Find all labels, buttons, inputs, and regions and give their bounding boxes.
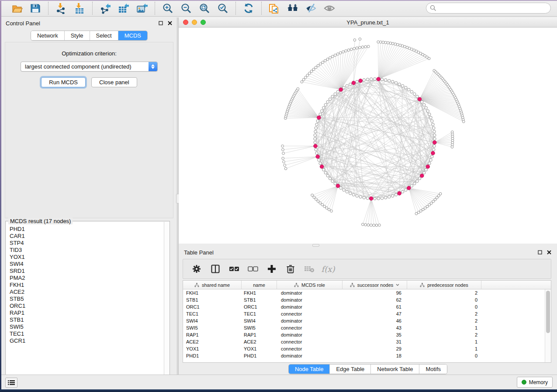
save-session-button[interactable] [29,2,42,15]
network-canvas[interactable] [179,28,557,244]
network-node[interactable] [334,93,336,95]
table-row[interactable]: SWI4SWI4dominator462 [183,317,545,324]
import-network-button[interactable] [55,2,68,15]
delete-column-button[interactable] [285,263,296,275]
network-node[interactable] [328,208,330,211]
network-node[interactable] [281,145,284,148]
network-node[interactable] [330,210,333,213]
network-node[interactable] [364,45,367,48]
tab-style[interactable]: Style [64,31,90,40]
zoom-fit-button[interactable] [198,2,211,15]
network-node[interactable] [361,46,364,48]
network-node[interactable] [423,172,426,174]
network-node[interactable] [325,207,328,210]
run-mcds-button[interactable]: Run MCDS [41,77,86,87]
network-node[interactable] [401,85,404,87]
network-hub-node[interactable] [314,144,318,148]
column-header-predecessor-nodes[interactable]: predecessor nodes [407,281,481,289]
network-node[interactable] [433,134,436,137]
column-header-mcds-role[interactable]: MCDS role [277,281,343,289]
network-node[interactable] [366,78,369,81]
tab-select[interactable]: Select [90,31,118,40]
network-node[interactable] [433,130,436,133]
mcds-result-item[interactable]: SRD1 [10,268,164,275]
table-row[interactable]: RAP1RAP1dominator352 [183,331,545,338]
network-node[interactable] [451,146,453,148]
network-node[interactable] [396,43,399,46]
network-hub-node[interactable] [418,97,422,101]
network-node[interactable] [326,100,329,103]
network-node[interactable] [359,38,361,41]
hide-selected-button[interactable] [304,2,318,15]
network-node[interactable] [356,195,358,197]
network-node[interactable] [342,51,345,53]
network-node[interactable] [370,78,373,80]
network-node[interactable] [312,68,315,71]
network-hub-node[interactable] [359,79,363,83]
network-node[interactable] [367,45,370,48]
network-node[interactable] [363,79,365,81]
network-node[interactable] [462,120,465,123]
duplicate-network-button[interactable] [268,2,281,15]
close-panel-button[interactable] [167,21,173,26]
table-row[interactable]: SWI5SWI5connector431 [183,324,545,331]
network-node[interactable] [353,39,356,41]
network-node[interactable] [352,193,355,196]
network-hub-node[interactable] [320,165,324,168]
refresh-button[interactable] [242,2,255,15]
network-node[interactable] [315,66,317,69]
mcds-result-item[interactable]: FKH1 [10,282,164,289]
network-node[interactable] [345,50,347,52]
network-node[interactable] [313,196,315,199]
network-node[interactable] [334,54,336,57]
network-node[interactable] [416,180,419,182]
mcds-result-item[interactable]: PMA2 [10,275,164,282]
column-header-successor-nodes[interactable]: successor nodes [343,281,407,289]
open-file-button[interactable] [10,2,24,15]
network-node[interactable] [384,196,387,199]
network-node[interactable] [408,88,410,91]
minimize-window-button[interactable] [192,20,197,25]
network-node[interactable] [359,196,362,198]
network-node[interactable] [314,130,317,133]
import-table-button[interactable] [73,2,86,15]
network-node[interactable] [388,79,391,82]
network-node[interactable] [326,58,329,61]
network-hub-node[interactable] [316,155,320,159]
network-node[interactable] [332,55,334,58]
network-node[interactable] [317,200,319,203]
network-node[interactable] [394,82,397,84]
network-node[interactable] [389,42,392,45]
network-node[interactable] [317,65,319,67]
splitter-grip[interactable] [312,244,319,247]
network-node[interactable] [432,127,435,129]
network-node[interactable] [382,41,384,44]
mcds-result-item[interactable]: GCR1 [10,337,164,344]
mcds-result-item[interactable]: ACE2 [10,289,164,296]
network-node[interactable] [301,81,303,83]
network-node[interactable] [432,123,434,126]
network-node[interactable] [302,79,305,81]
network-node[interactable] [347,49,350,52]
export-image-button[interactable] [135,2,149,15]
network-node[interactable] [425,107,427,109]
criterion-dropdown[interactable]: largest connected component (undirected) [21,62,158,72]
first-neighbors-button[interactable] [286,2,299,15]
network-node[interactable] [315,127,317,129]
network-node[interactable] [329,57,332,59]
network-node[interactable] [308,72,311,75]
network-node[interactable] [310,70,313,72]
network-node[interactable] [428,162,431,165]
mcds-result-item[interactable]: TEC1 [10,330,164,337]
network-node[interactable] [331,95,334,98]
network-node[interactable] [394,193,397,196]
network-node[interactable] [428,57,430,60]
network-hub-node[interactable] [407,186,411,190]
network-node[interactable] [418,177,421,180]
network-node[interactable] [314,134,316,137]
network-node[interactable] [297,88,299,90]
network-node[interactable] [413,182,416,185]
deselect-all-button[interactable] [247,263,259,275]
network-hub-node[interactable] [431,151,435,155]
network-node[interactable] [363,196,365,199]
